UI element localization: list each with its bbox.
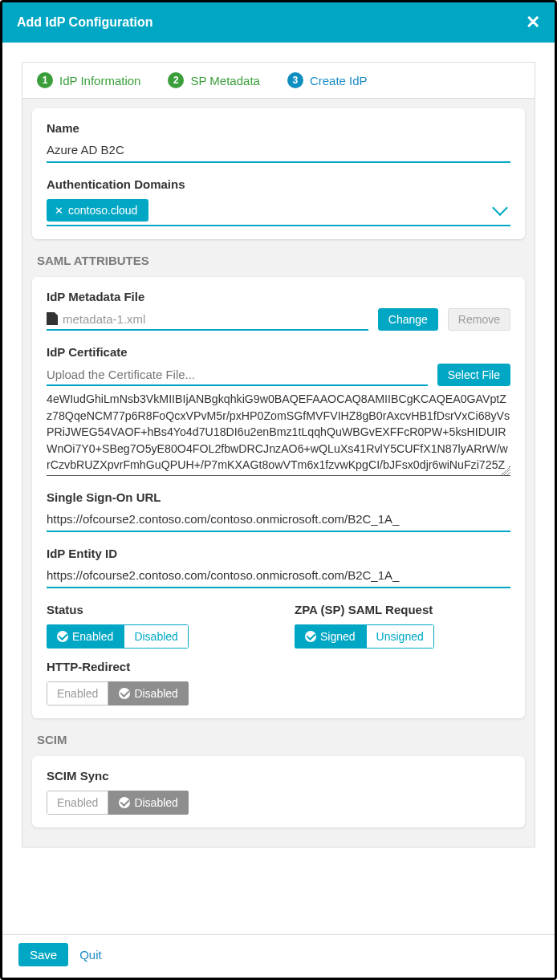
step-label: IdP Information [59, 74, 140, 87]
remove-button[interactable]: Remove [448, 308, 510, 331]
step-idp-information[interactable]: 1 IdP Information [37, 72, 140, 88]
dialog-titlebar: Add IdP Configuration ✕ [2, 2, 555, 43]
metadata-file-label: IdP Metadata File [47, 290, 510, 303]
cert-text[interactable]: 4eWIudGhiLmNsb3VkMIIBIjANBgkqhkiG9w0BAQE… [47, 386, 510, 476]
remove-chip-icon[interactable]: ✕ [55, 205, 63, 217]
zpa-toggle: Signed Unsigned [295, 624, 434, 649]
dialog-title: Add IdP Configuration [17, 15, 152, 30]
status-disabled-option[interactable]: Disabled [124, 624, 188, 649]
domain-chip[interactable]: ✕ contoso.cloud [47, 199, 148, 222]
cert-upload-field[interactable] [47, 364, 428, 386]
step-sp-metadata[interactable]: 2 SP Metadata [168, 72, 259, 88]
close-icon[interactable]: ✕ [526, 12, 540, 33]
saml-card: IdP Metadata File metadata-1.xml Change … [32, 277, 525, 718]
file-icon [47, 312, 58, 325]
name-input[interactable] [47, 138, 510, 163]
entity-id-input[interactable] [47, 563, 510, 588]
check-icon [119, 797, 130, 808]
stepper: 1 IdP Information 2 SP Metadata 3 Create… [22, 63, 535, 99]
quit-link[interactable]: Quit [79, 948, 102, 962]
dialog-footer: Save Quit [2, 934, 555, 978]
scim-section-heading: SCIM [22, 728, 535, 746]
change-button[interactable]: Change [378, 308, 438, 331]
metadata-filename: metadata-1.xml [63, 312, 145, 326]
step-label: Create IdP [310, 74, 368, 87]
sso-url-label: Single Sign-On URL [47, 490, 510, 504]
entity-id-label: IdP Entity ID [47, 547, 510, 560]
resize-handle-icon[interactable] [501, 466, 510, 475]
metadata-file-field: metadata-1.xml [47, 309, 368, 331]
step-number: 3 [287, 72, 303, 88]
name-label: Name [47, 121, 510, 135]
redirect-label: HTTP-Redirect [47, 660, 510, 673]
scim-disabled-option[interactable]: Disabled [108, 791, 188, 815]
step-number: 2 [168, 72, 184, 88]
step-create-idp[interactable]: 3 Create IdP [287, 72, 368, 88]
zpa-unsigned-option[interactable]: Unsigned [366, 624, 434, 649]
chevron-down-icon[interactable] [492, 200, 508, 216]
step-number: 1 [37, 72, 53, 88]
scim-sync-toggle: Enabled Disabled [47, 791, 189, 815]
step-label: SP Metadata [190, 74, 259, 87]
zpa-signed-option[interactable]: Signed [295, 624, 366, 649]
status-enabled-option[interactable]: Enabled [47, 624, 124, 649]
check-icon [305, 631, 316, 642]
check-icon [119, 688, 130, 699]
dialog-content: 1 IdP Information 2 SP Metadata 3 Create… [2, 43, 555, 934]
domain-chip-label: contoso.cloud [68, 204, 137, 217]
scim-enabled-option[interactable]: Enabled [47, 791, 108, 815]
redirect-disabled-option[interactable]: Disabled [108, 681, 188, 706]
scim-sync-label: SCIM Sync [47, 769, 510, 783]
cert-label: IdP Certificate [47, 345, 510, 359]
redirect-enabled-option[interactable]: Enabled [47, 681, 108, 706]
auth-domains-field[interactable]: ✕ contoso.cloud [47, 194, 510, 226]
sso-url-input[interactable] [47, 507, 510, 532]
save-button[interactable]: Save [18, 943, 68, 966]
zpa-label: ZPA (SP) SAML Request [295, 603, 510, 616]
saml-section-heading: SAML ATTRIBUTES [22, 249, 535, 267]
redirect-toggle: Enabled Disabled [47, 681, 189, 706]
status-label: Status [47, 603, 262, 616]
select-file-button[interactable]: Select File [437, 364, 510, 386]
status-toggle: Enabled Disabled [47, 624, 189, 649]
basic-card: Name Authentication Domains ✕ contoso.cl… [32, 108, 525, 239]
check-icon [57, 631, 68, 642]
main-panel: 1 IdP Information 2 SP Metadata 3 Create… [22, 62, 535, 848]
auth-domains-label: Authentication Domains [47, 177, 510, 191]
scim-card: SCIM Sync Enabled Disabled [32, 756, 525, 828]
